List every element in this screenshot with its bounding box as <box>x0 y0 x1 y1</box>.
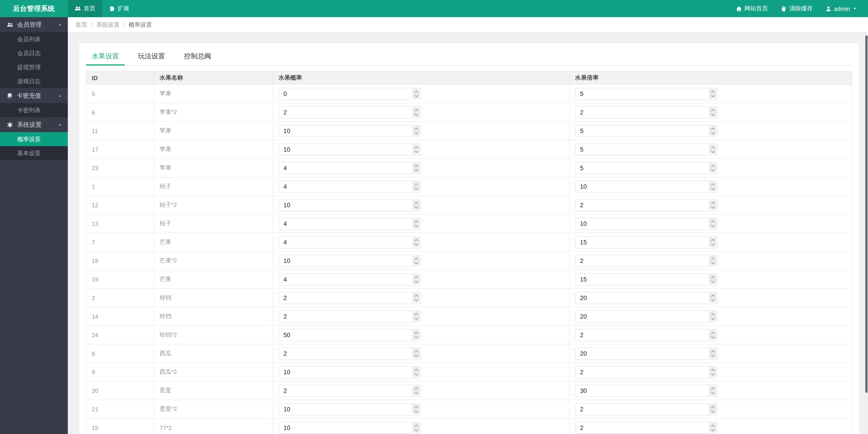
sidebar-item-0-0[interactable]: 会员列表 <box>0 32 68 46</box>
user-menu[interactable]: admin <box>819 0 864 17</box>
sidebar-section-2[interactable]: 系统设置 <box>0 117 68 132</box>
number-stepper[interactable] <box>709 385 717 396</box>
breadcrumb-item-system[interactable]: 系统设置 <box>96 21 120 29</box>
number-stepper[interactable] <box>412 256 420 266</box>
probability-input[interactable] <box>278 125 421 137</box>
chevron-down-icon[interactable] <box>711 223 715 227</box>
probability-input[interactable] <box>278 403 421 415</box>
multiplier-input[interactable] <box>575 310 718 322</box>
chevron-down-icon[interactable] <box>414 297 418 301</box>
number-stepper[interactable] <box>412 423 420 433</box>
probability-input[interactable] <box>278 329 421 341</box>
multiplier-input[interactable] <box>575 236 718 248</box>
probability-input[interactable] <box>278 292 421 304</box>
multiplier-input[interactable] <box>575 218 718 230</box>
chevron-down-icon[interactable] <box>711 427 715 431</box>
chevron-down-icon[interactable] <box>711 149 715 153</box>
number-stepper[interactable] <box>709 237 717 247</box>
nav-tab-extension[interactable]: 扩展 <box>102 0 136 17</box>
chevron-down-icon[interactable] <box>711 93 715 97</box>
probability-input[interactable] <box>278 273 421 285</box>
number-stepper[interactable] <box>709 126 717 136</box>
chevron-down-icon[interactable] <box>414 353 418 357</box>
tab-fruit-settings[interactable]: 水果设置 <box>86 48 125 65</box>
number-stepper[interactable] <box>412 311 420 321</box>
chevron-down-icon[interactable] <box>711 279 715 283</box>
multiplier-input[interactable] <box>575 422 718 434</box>
probability-input[interactable] <box>278 88 421 100</box>
probability-input[interactable] <box>278 218 421 230</box>
probability-input[interactable] <box>278 310 421 322</box>
breadcrumb-item-home[interactable]: 首页 <box>75 21 87 29</box>
chevron-down-icon[interactable] <box>414 260 418 264</box>
chevron-down-icon[interactable] <box>711 112 715 116</box>
multiplier-input[interactable] <box>575 143 718 155</box>
chevron-down-icon[interactable] <box>711 297 715 301</box>
number-stepper[interactable] <box>412 163 420 173</box>
probability-input[interactable] <box>278 143 421 155</box>
number-stepper[interactable] <box>709 181 717 192</box>
site-home-button[interactable]: 网站首页 <box>730 0 774 17</box>
probability-input[interactable] <box>278 199 421 211</box>
chevron-down-icon[interactable] <box>414 335 418 338</box>
number-stepper[interactable] <box>412 107 420 117</box>
sidebar-item-0-2[interactable]: 提现管理 <box>0 60 68 74</box>
number-stepper[interactable] <box>709 274 717 284</box>
probability-input[interactable] <box>278 180 421 193</box>
chevron-down-icon[interactable] <box>414 427 418 431</box>
chevron-down-icon[interactable] <box>711 335 715 338</box>
multiplier-input[interactable] <box>575 292 718 304</box>
number-stepper[interactable] <box>412 330 420 340</box>
chevron-down-icon[interactable] <box>414 223 418 227</box>
chevron-down-icon[interactable] <box>711 242 715 245</box>
probability-input[interactable] <box>278 366 421 378</box>
probability-input[interactable] <box>278 106 421 118</box>
multiplier-input[interactable] <box>575 255 718 267</box>
multiplier-input[interactable] <box>575 125 718 137</box>
chevron-down-icon[interactable] <box>414 409 418 412</box>
number-stepper[interactable] <box>709 144 717 154</box>
number-stepper[interactable] <box>412 348 420 358</box>
chevron-down-icon[interactable] <box>711 131 715 134</box>
multiplier-input[interactable] <box>575 199 718 211</box>
number-stepper[interactable] <box>709 256 717 266</box>
sidebar-item-2-1[interactable]: 基本设置 <box>0 146 68 160</box>
multiplier-input[interactable] <box>575 106 718 118</box>
chevron-down-icon[interactable] <box>414 279 418 283</box>
number-stepper[interactable] <box>412 126 420 136</box>
sidebar-section-0[interactable]: 会员管理 <box>0 17 68 32</box>
number-stepper[interactable] <box>412 89 420 99</box>
nav-tab-home[interactable]: 首页 <box>68 0 102 17</box>
probability-input[interactable] <box>278 255 421 267</box>
multiplier-input[interactable] <box>575 88 718 100</box>
chevron-down-icon[interactable] <box>711 353 715 357</box>
chevron-down-icon[interactable] <box>711 409 715 412</box>
tab-master-control[interactable]: 控制总阀 <box>178 48 217 65</box>
chevron-down-icon[interactable] <box>414 242 418 245</box>
multiplier-input[interactable] <box>575 273 718 285</box>
chevron-down-icon[interactable] <box>711 260 715 264</box>
number-stepper[interactable] <box>709 200 717 210</box>
probability-input[interactable] <box>278 236 421 248</box>
chevron-down-icon[interactable] <box>414 390 418 394</box>
multiplier-input[interactable] <box>575 329 718 341</box>
probability-input[interactable] <box>278 347 421 359</box>
chevron-down-icon[interactable] <box>414 186 418 190</box>
number-stepper[interactable] <box>709 404 717 414</box>
chevron-down-icon[interactable] <box>711 186 715 190</box>
number-stepper[interactable] <box>412 219 420 229</box>
multiplier-input[interactable] <box>575 403 718 415</box>
number-stepper[interactable] <box>412 404 420 414</box>
chevron-down-icon[interactable] <box>711 168 715 171</box>
number-stepper[interactable] <box>709 293 717 303</box>
chevron-down-icon[interactable] <box>414 131 418 134</box>
number-stepper[interactable] <box>709 423 717 433</box>
number-stepper[interactable] <box>709 219 717 229</box>
sidebar-item-0-3[interactable]: 游戏日志 <box>0 74 68 88</box>
number-stepper[interactable] <box>412 385 420 396</box>
number-stepper[interactable] <box>709 163 717 173</box>
sidebar-item-2-0[interactable]: 概率设置 <box>0 132 68 146</box>
number-stepper[interactable] <box>709 107 717 117</box>
chevron-down-icon[interactable] <box>711 316 715 320</box>
number-stepper[interactable] <box>412 367 420 377</box>
